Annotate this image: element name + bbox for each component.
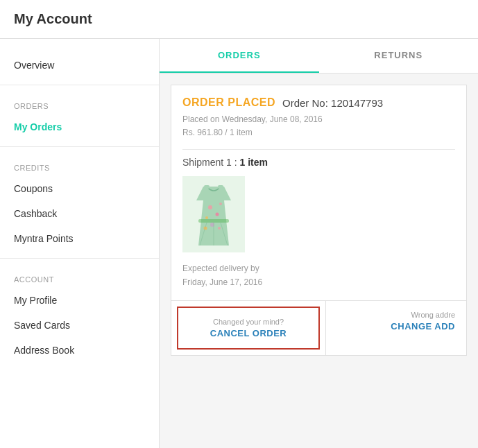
dress-icon [186,180,241,249]
sidebar-divider-2 [0,146,159,147]
app-container: My Account Overview ORDERS My Orders CRE… [0,0,478,448]
svg-point-6 [219,203,222,205]
sidebar-item-overview[interactable]: Overview [0,53,159,78]
sidebar-divider [0,85,159,85]
shipment-label: Shipment 1 : 1 item [182,157,455,168]
svg-rect-2 [218,185,223,189]
order-meta: Placed on Wednesday, June 08, 2016 Rs. 9… [182,113,455,139]
sidebar-item-address-book[interactable]: Address Book [0,338,159,363]
action-row: Changed your mind? CANCEL ORDER Wrong ad… [171,300,466,355]
page-title: My Account [14,11,464,27]
tab-orders[interactable]: ORDERS [160,39,319,73]
header: My Account [0,0,478,39]
content-area: ORDERS RETURNS ORDER PLACED Order No: 12… [160,39,478,448]
product-image [182,176,245,252]
change-hint: Wrong addre [337,311,455,319]
order-status: ORDER PLACED [182,96,275,109]
sidebar: Overview ORDERS My Orders CREDITS Coupon… [0,39,160,448]
order-card: ORDER PLACED Order No: 120147793 Placed … [171,85,467,356]
change-label: CHANGE ADD [391,321,455,331]
order-number: Order No: 120147793 [282,97,383,109]
svg-point-4 [216,213,219,216]
order-status-row: ORDER PLACED Order No: 120147793 [182,96,455,109]
delivery-info: Expected delivery by Friday, June 17, 20… [182,262,455,288]
svg-rect-10 [198,219,229,223]
order-divider [182,149,455,150]
sidebar-item-myntra-points[interactable]: Myntra Points [0,226,159,251]
tabs-bar: ORDERS RETURNS [160,39,478,74]
main-layout: Overview ORDERS My Orders CREDITS Coupon… [0,39,478,448]
svg-point-3 [208,205,212,209]
svg-point-8 [218,227,221,230]
svg-rect-1 [204,185,210,189]
sidebar-item-cashback[interactable]: Cashback [0,201,159,226]
sidebar-item-my-orders[interactable]: My Orders [0,114,159,139]
sidebar-section-account-label: ACCOUNT [0,266,159,288]
sidebar-item-coupons[interactable]: Coupons [0,176,159,201]
cancel-label: CANCEL ORDER [210,328,287,338]
sidebar-item-my-profile[interactable]: My Profile [0,288,159,313]
change-address-button[interactable]: Wrong addre CHANGE ADD [325,301,466,355]
sidebar-section-credits-label: CREDITS [0,154,159,176]
cancel-hint: Changed your mind? [189,318,307,326]
svg-point-5 [205,216,208,219]
order-area: ORDER PLACED Order No: 120147793 Placed … [160,74,478,448]
sidebar-divider-3 [0,258,159,259]
cancel-order-button[interactable]: Changed your mind? CANCEL ORDER [177,307,320,350]
sidebar-item-saved-cards[interactable]: Saved Cards [0,313,159,338]
tab-returns[interactable]: RETURNS [319,39,479,73]
sidebar-section-orders-label: ORDERS [0,92,159,114]
